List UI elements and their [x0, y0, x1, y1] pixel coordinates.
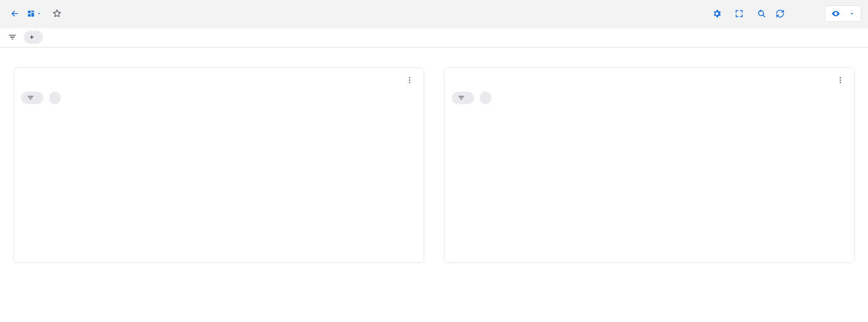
chart-area[interactable]: [21, 107, 416, 259]
group-by-chip[interactable]: +: [24, 31, 43, 44]
caret-down-icon: [36, 11, 42, 17]
fullscreen-icon: [735, 9, 744, 18]
caret-down-icon: [849, 10, 855, 17]
svg-point-6: [840, 82, 841, 83]
refresh-icon: [776, 9, 785, 18]
eye-icon: [831, 9, 840, 18]
back-button[interactable]: [7, 5, 23, 22]
card-grid: [0, 47, 868, 283]
star-outline-icon: [52, 9, 62, 19]
svg-point-2: [409, 79, 410, 80]
arrow-left-icon: [10, 9, 20, 19]
card-menu-button[interactable]: [834, 73, 847, 87]
zoom-reset-button[interactable]: [753, 5, 770, 22]
settings-button[interactable]: [709, 5, 725, 22]
interval-chip[interactable]: [49, 92, 61, 104]
svg-point-3: [409, 82, 410, 83]
svg-point-5: [840, 79, 841, 80]
svg-point-4: [840, 77, 841, 78]
auto-refresh-toggle[interactable]: [776, 9, 788, 18]
area-chart: [21, 107, 416, 259]
interval-chip[interactable]: [480, 92, 491, 104]
dots-vertical-icon: [406, 76, 414, 84]
dashboard-layout-icon: [26, 9, 36, 18]
card-menu-button[interactable]: [403, 73, 416, 87]
toolbar: [0, 0, 868, 27]
filter-bar: +: [0, 27, 868, 47]
fullscreen-button[interactable]: [731, 5, 747, 22]
chart-card-rate-quota: [13, 67, 424, 263]
plus-icon: +: [30, 33, 34, 41]
filter-input[interactable]: [49, 33, 148, 42]
svg-point-1: [409, 77, 410, 78]
filter-small-icon: [27, 94, 34, 102]
filter-list-icon: [8, 33, 17, 42]
layout-menu-button[interactable]: [26, 5, 42, 22]
line-chart: [452, 107, 847, 259]
filters-count-chip[interactable]: [21, 92, 43, 104]
dots-vertical-icon: [836, 76, 844, 84]
timezone-button[interactable]: [805, 9, 817, 18]
star-button[interactable]: [50, 7, 64, 20]
chart-area[interactable]: [452, 107, 847, 259]
filter-small-icon: [458, 94, 465, 102]
send-feedback-button[interactable]: [690, 9, 701, 18]
gear-icon: [712, 9, 722, 19]
filters-count-chip[interactable]: [452, 92, 474, 104]
chart-card-request-count: [444, 67, 855, 263]
zoom-reset-icon: [757, 9, 766, 19]
viewing-mode-button[interactable]: [825, 5, 861, 22]
filter-list-button[interactable]: [7, 31, 18, 43]
